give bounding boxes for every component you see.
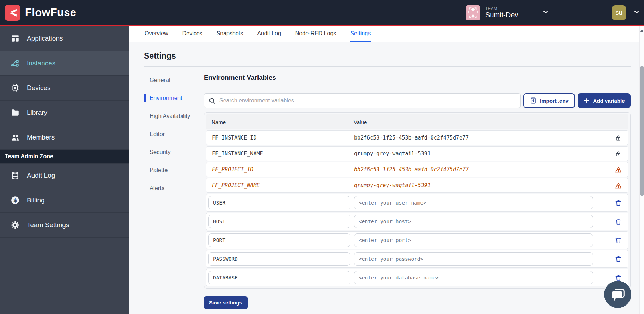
env-var-name: FF_PROJECT_NAME (206, 182, 354, 189)
team-selector[interactable]: TEAM: Sumit-Dev (457, 0, 556, 25)
trash-icon (615, 218, 622, 225)
user-menu[interactable]: su (556, 0, 644, 25)
trash-icon (615, 255, 622, 263)
delete-variable-button[interactable] (608, 218, 628, 225)
subnav-general[interactable]: General (144, 76, 193, 84)
trash-icon (615, 237, 622, 244)
sidebar-item-label: Devices (27, 84, 51, 92)
table-row (206, 269, 628, 286)
sidebar-item-label: Members (27, 134, 55, 141)
chevron-down-icon (633, 8, 640, 17)
panel-divider (204, 87, 631, 87)
env-var-value-input[interactable] (354, 233, 593, 247)
add-variable-button[interactable]: Add variable (578, 93, 631, 108)
env-var-value: grumpy-grey-wagtail-5391 (354, 150, 608, 157)
team-avatar (466, 5, 480, 20)
sidebar-item-label: Instances (27, 59, 55, 67)
delete-variable-button[interactable] (608, 274, 628, 282)
env-var-name-input[interactable] (208, 196, 350, 209)
add-variable-label: Add variable (593, 98, 625, 104)
sidebar-item-audit-log[interactable]: Audit Log (0, 164, 129, 188)
subnav-palette[interactable]: Palette (144, 166, 193, 174)
tab-snapshots[interactable]: Snapshots (216, 26, 244, 42)
subnav-security[interactable]: Security (144, 148, 193, 156)
tab-settings[interactable]: Settings (350, 26, 371, 42)
trash-icon (615, 199, 622, 207)
column-header-value: Value (354, 119, 609, 125)
settings-subnav: General Environment High Availability Ed… (144, 74, 193, 309)
top-bar: FlowFuse TEAM: Sumit-Dev su (0, 0, 644, 25)
scroll-up-arrow-icon[interactable] (640, 29, 643, 32)
search-input[interactable] (219, 97, 516, 104)
env-variables-table: Name Value FF_INSTANCE_ID bb2f6c53-1f25-… (204, 112, 631, 289)
environment-panel: Environment Variables Import .env (193, 74, 631, 309)
sidebar-item-billing[interactable]: $ Billing (0, 188, 129, 213)
delete-variable-button[interactable] (608, 237, 628, 244)
env-var-name: FF_INSTANCE_NAME (206, 150, 354, 157)
instances-icon (11, 59, 20, 68)
env-var-name-input[interactable] (208, 233, 350, 247)
subnav-high-availability[interactable]: High Availability (144, 112, 193, 120)
brand[interactable]: FlowFuse (0, 5, 76, 21)
subnav-editor[interactable]: Editor (144, 130, 193, 138)
env-var-name-input[interactable] (208, 271, 350, 284)
settings-content: Settings General Environment High Availa… (129, 42, 644, 314)
table-row: FF_INSTANCE_ID bb2f6c53-1f25-453b-aafd-0… (206, 130, 628, 145)
gear-icon (11, 220, 20, 230)
sidebar-item-devices[interactable]: Devices (0, 76, 129, 101)
warning-icon (608, 166, 628, 173)
env-var-value: bb2f6c53-1f25-453b-aafd-0c2f475d7e77 (354, 166, 608, 173)
sidebar-item-library[interactable]: Library (0, 101, 129, 125)
tab-audit-log[interactable]: Audit Log (256, 26, 282, 42)
tab-overview[interactable]: Overview (144, 26, 169, 42)
chat-widget-button[interactable] (604, 281, 631, 308)
table-row: FF_INSTANCE_NAME grumpy-grey-wagtail-539… (206, 146, 628, 161)
save-settings-button[interactable]: Save settings (204, 296, 248, 309)
table-header: Name Value (206, 114, 628, 129)
subnav-alerts[interactable]: Alerts (144, 184, 193, 192)
lock-icon (608, 150, 628, 157)
delete-variable-button[interactable] (608, 199, 628, 207)
sidebar-item-members[interactable]: Members (0, 125, 129, 150)
tab-devices[interactable]: Devices (182, 26, 203, 42)
subnav-environment[interactable]: Environment (144, 94, 193, 102)
table-row (206, 194, 628, 212)
database-icon (11, 171, 20, 180)
env-var-name: FF_INSTANCE_ID (206, 135, 354, 141)
scrollbar-thumb[interactable] (640, 66, 644, 196)
chevron-down-icon (542, 8, 549, 17)
env-var-value-input[interactable] (354, 196, 593, 209)
page-scrollbar (639, 26, 644, 314)
table-row (206, 213, 628, 230)
env-var-name-input[interactable] (208, 215, 350, 228)
page-title: Settings (144, 51, 631, 61)
column-header-name: Name (206, 119, 354, 125)
sidebar-item-label: Applications (27, 35, 63, 42)
sidebar-item-instances[interactable]: Instances (0, 51, 129, 76)
env-var-name-input[interactable] (208, 252, 350, 266)
env-var-value-input[interactable] (354, 252, 593, 266)
team-admin-zone-label: Team Admin Zone (0, 150, 129, 164)
table-row (206, 250, 628, 268)
env-var-value-input[interactable] (354, 271, 593, 284)
sidebar-item-applications[interactable]: Applications (0, 26, 129, 51)
env-var-value: bb2f6c53-1f25-453b-aafd-0c2f475d7e77 (354, 135, 608, 141)
import-env-button[interactable]: Import .env (523, 93, 575, 108)
trash-icon (615, 274, 622, 282)
sidebar-item-label: Billing (27, 196, 45, 204)
env-var-value: grumpy-grey-wagtail-5391 (354, 182, 608, 189)
sidebar-item-team-settings[interactable]: Team Settings (0, 213, 129, 238)
sidebar-item-label: Audit Log (27, 172, 55, 179)
applications-icon (11, 34, 20, 43)
lock-icon (608, 134, 628, 141)
folder-icon (11, 108, 20, 117)
search-box (204, 93, 521, 108)
flowfuse-logo-icon (5, 5, 20, 21)
brand-name: FlowFuse (25, 6, 76, 19)
sidebar-item-label: Team Settings (27, 221, 69, 229)
delete-variable-button[interactable] (608, 255, 628, 263)
tab-node-red-logs[interactable]: Node-RED Logs (294, 26, 337, 42)
sidebar-item-label: Library (27, 109, 47, 117)
env-var-value-input[interactable] (354, 215, 593, 228)
instance-tabbar: Overview Devices Snapshots Audit Log Nod… (129, 26, 644, 42)
